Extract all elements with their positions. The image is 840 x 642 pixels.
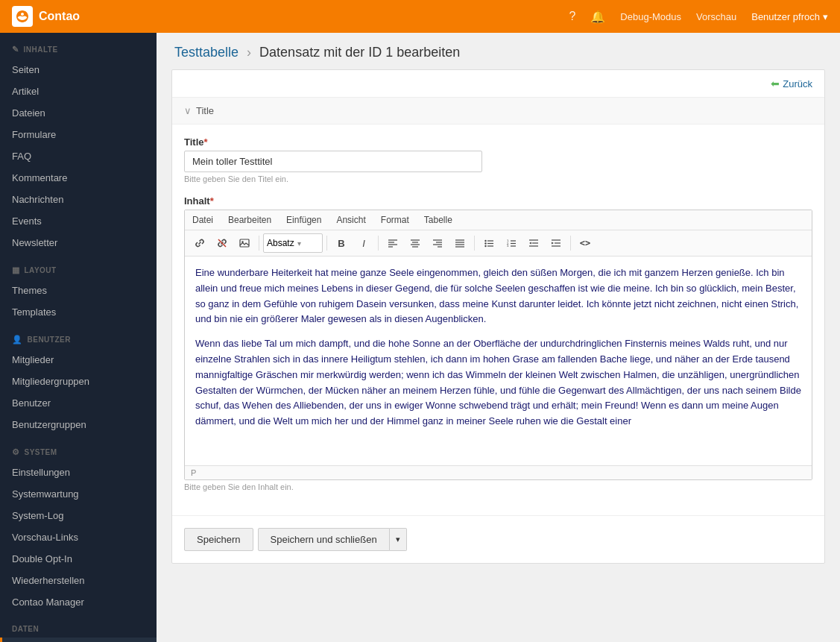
sidebar-item-newsletter[interactable]: Newsletter [0,232,157,254]
layout-icon: ▦ [12,265,20,275]
toolbar-italic-button[interactable]: I [353,233,374,253]
breadcrumb-current: Datensatz mit der ID 1 bearbeiten [259,45,460,60]
title-field-label: Title* [184,136,812,148]
toolbar-ul-icon[interactable] [479,233,499,253]
content-field-group: Inhalt* Datei Bearbeiten Einfügen Ansich… [184,195,812,491]
back-arrow-icon: ⬅ [771,78,780,89]
breadcrumb: Testtabelle › Datensatz mit der ID 1 bea… [157,33,840,69]
paragraph-select-arrow-icon: ▾ [297,239,301,248]
help-icon[interactable]: ? [569,10,575,23]
toolbar-bold-button[interactable]: B [331,233,352,253]
form-body: Title* Bitte geben Sie den Titel ein. In… [172,125,824,515]
toolbar-link-icon[interactable] [189,233,210,253]
sidebar-item-contao-manager[interactable]: Contao Manager [0,591,157,613]
bell-icon[interactable]: 🔔 [590,10,605,24]
section-inhalte-label: ✎ INHALTE [0,33,157,59]
logo-text: Contao [39,10,80,23]
menu-datei[interactable]: Datei [185,210,221,230]
sidebar-item-seiten[interactable]: Seiten [0,59,157,81]
save-button[interactable]: Speichern [184,528,253,551]
sidebar-item-nachrichten[interactable]: Nachrichten [0,189,157,210]
content-field-hint: Bitte geben Sie den Inhalt ein. [184,482,812,491]
section-system-label: ⚙ SYSTEM [0,435,157,462]
user-label: Benutzer pfroch [751,11,820,22]
save-close-group: Speichern und schließen ▾ [258,528,407,551]
save-close-dropdown-arrow-icon: ▾ [396,535,400,544]
user-menu[interactable]: Benutzer pfroch ▾ [751,11,828,22]
menu-ansicht[interactable]: Ansicht [329,210,373,230]
menu-format[interactable]: Format [373,210,417,230]
toolbar-align-left-icon[interactable] [382,233,403,253]
editor-content-area[interactable]: Eine wunderbare Heiterkeit hat meine gan… [185,257,812,465]
sidebar: ✎ INHALTE Seiten Artikel Dateien Formula… [0,33,157,642]
back-button[interactable]: ⬅ Zurück [771,78,812,89]
menu-einfuegen[interactable]: Einfügen [279,210,329,230]
toolbar-align-justify-icon[interactable] [449,233,470,253]
save-close-dropdown-button[interactable]: ▾ [390,528,407,551]
toolbar-code-icon[interactable]: <> [575,233,596,253]
sidebar-item-vorschau-links[interactable]: Vorschau-Links [0,526,157,548]
sidebar-item-faq[interactable]: FAQ [0,145,157,167]
breadcrumb-parent[interactable]: Testtabelle [174,45,239,60]
section-inhalte-text: INHALTE [24,45,58,54]
menu-tabelle[interactable]: Tabelle [417,210,460,230]
sidebar-item-themes[interactable]: Themes [0,280,157,301]
back-label: Zurück [783,78,812,89]
svg-point-19 [484,240,486,242]
rich-text-editor: Datei Bearbeiten Einfügen Ansicht Format… [184,210,812,480]
system-icon: ⚙ [12,447,20,457]
section-title-header[interactable]: ∨ Title [172,98,824,125]
sidebar-item-testtabelle[interactable]: Testtabelle [0,638,157,642]
sidebar-item-mitgliedergruppen[interactable]: Mitgliedergruppen [0,371,157,392]
svg-point-21 [484,245,486,247]
sidebar-item-formulare[interactable]: Formulare [0,124,157,145]
sidebar-item-templates[interactable]: Templates [0,301,157,323]
toolbar-ol-icon[interactable]: 1.2.3. [501,233,522,253]
sidebar-item-mitglieder[interactable]: Mitglieder [0,349,157,371]
topnav: Contao ? 🔔 Debug-Modus Vorschau Benutzer… [0,0,840,33]
title-field-group: Title* Bitte geben Sie den Titel ein. [184,136,812,183]
sidebar-item-double-opt-in[interactable]: Double Opt-In [0,548,157,570]
logo-icon [12,6,33,27]
toolbar-paragraph-select[interactable]: Absatz ▾ [263,233,323,253]
toolbar-align-center-icon[interactable] [405,233,426,253]
user-chevron-icon: ▾ [823,11,828,22]
title-required-marker: * [204,136,208,148]
content-area: Testtabelle › Datensatz mit der ID 1 bea… [157,33,840,642]
toolbar-align-right-icon[interactable] [427,233,448,253]
sidebar-item-systemwartung[interactable]: Systemwartung [0,483,157,505]
svg-point-20 [484,242,486,244]
save-close-button[interactable]: Speichern und schließen [258,528,390,551]
menu-bearbeiten[interactable]: Bearbeiten [221,210,279,230]
editor-paragraph-2: Wenn das liebe Tal um mich dampft, und d… [195,336,801,429]
sidebar-item-wiederherstellen[interactable]: Wiederherstellen [0,570,157,591]
inhalte-icon: ✎ [12,45,19,54]
sidebar-item-artikel[interactable]: Artikel [0,81,157,102]
sidebar-item-benutzergruppen[interactable]: Benutzergruppen [0,414,157,435]
sidebar-item-system-log[interactable]: System-Log [0,505,157,526]
section-daten-label: DATEN [0,613,157,638]
form-card: ⬅ Zurück ∨ Title Title* Bitte geben Sie … [171,69,825,564]
toolbar-sep4 [474,236,475,251]
section-benutzer-label: 👤 BENUTZER [0,323,157,349]
toolbar-outdent-icon[interactable] [523,233,544,253]
section-system-text: SYSTEM [25,448,57,456]
debug-mode-button[interactable]: Debug-Modus [620,11,681,22]
title-input[interactable] [184,151,482,172]
preview-button[interactable]: Vorschau [696,11,736,22]
sidebar-item-einstellungen[interactable]: Einstellungen [0,462,157,483]
section-layout-label: ▦ LAYOUT [0,254,157,280]
topnav-actions: ? 🔔 Debug-Modus Vorschau Benutzer pfroch… [569,10,828,24]
toolbar-image-icon[interactable] [234,233,255,253]
sidebar-item-benutzer[interactable]: Benutzer [0,392,157,414]
sidebar-item-events[interactable]: Events [0,210,157,232]
sidebar-item-dateien[interactable]: Dateien [0,102,157,124]
editor-statusbar-text: P [191,468,196,477]
section-layout-text: LAYOUT [25,266,57,274]
benutzer-icon: 👤 [12,335,23,344]
logo[interactable]: Contao [12,6,80,27]
toolbar-indent-icon[interactable] [546,233,566,253]
sidebar-item-kommentare[interactable]: Kommentare [0,167,157,189]
editor-statusbar: P [185,465,812,479]
toolbar-unlink-icon[interactable] [212,233,233,253]
